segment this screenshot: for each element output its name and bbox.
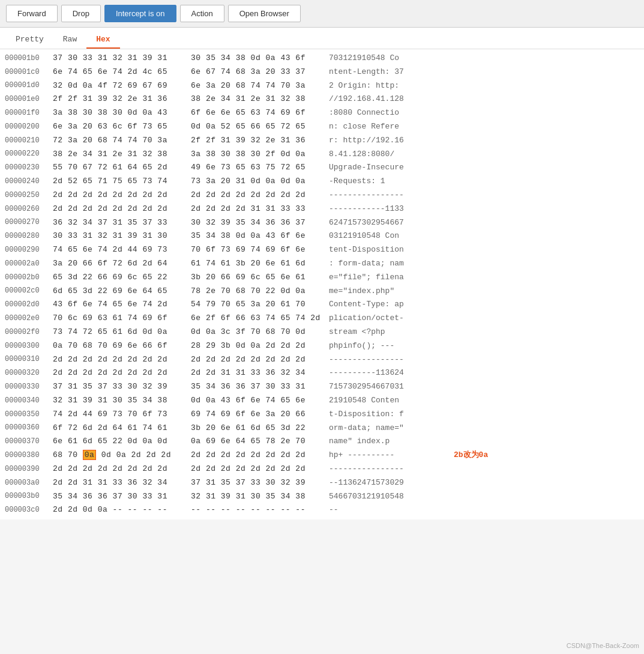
hex-offset: 000002e0	[5, 313, 53, 324]
hex-row: 0000034032 31 39 31 30 35 34 380d 0a 43 …	[0, 394, 644, 408]
hex-ascii: :8080 Connectio	[329, 107, 449, 120]
hex-bytes1: 6e 61 6d 65 22 0d 0a 0d	[53, 435, 191, 448]
intercept-button[interactable]: Intercept is on	[104, 5, 176, 22]
hex-bytes1: 65 3d 22 66 69 6c 65 22	[53, 271, 191, 284]
hex-bytes2: 0d 0a 3c 3f 70 68 70 0d	[191, 326, 329, 339]
hex-offset: 00000210	[5, 135, 53, 147]
tab-pretty[interactable]: Pretty	[6, 31, 53, 49]
hex-bytes2: 0d 0a 43 6f 6e 74 65 6e	[191, 395, 329, 407]
hex-offset: 00000320	[5, 368, 53, 379]
hex-row: 000002502d 2d 2d 2d 2d 2d 2d 2d2d 2d 2d …	[0, 189, 644, 202]
hex-row: 000002402d 52 65 71 75 65 73 7473 3a 20 …	[0, 175, 644, 189]
hex-offset: 00000370	[5, 436, 53, 447]
hex-ascii: ------------1133	[329, 203, 449, 216]
hex-bytes1: 2d 2d 2d 2d 2d 2d 2d 2d	[53, 189, 191, 202]
open-browser-button[interactable]: Open Browser	[228, 5, 301, 22]
hex-bytes2: 3a 38 30 38 30 2f 0d 0a	[191, 148, 329, 161]
hex-ascii: plication/octet-	[329, 312, 449, 325]
hex-row: 000003202d 2d 2d 2d 2d 2d 2d 2d2d 2d 31 …	[0, 366, 644, 380]
drop-button[interactable]: Drop	[61, 5, 101, 22]
hex-ascii: 8.41.128:8080/	[329, 148, 449, 161]
hex-offset: 00000250	[5, 190, 53, 201]
hex-row: 000003a02d 2d 31 31 33 36 32 3437 31 35 …	[0, 476, 644, 490]
hex-row: 000002b065 3d 22 66 69 6c 65 223b 20 66 …	[0, 271, 644, 285]
hex-offset: 000003a0	[5, 477, 53, 489]
hex-offset: 000001c0	[5, 67, 53, 78]
tab-bar: Pretty Raw Hex	[0, 28, 644, 49]
hex-ascii: ----------------	[329, 354, 449, 366]
hex-bytes1: 2f 2f 31 39 32 2e 31 36	[53, 93, 191, 106]
tab-raw[interactable]: Raw	[53, 31, 86, 49]
hex-bytes1: 36 32 34 37 31 35 37 33	[53, 217, 191, 229]
hex-ascii: tent-Disposition	[329, 244, 449, 256]
hex-row: 0000035074 2d 44 69 73 70 6f 7369 74 69 …	[0, 408, 644, 422]
hex-row: 0000038068 70 0a 0d 0a 2d 2d 2d2d 2d 2d …	[0, 449, 644, 462]
hex-ascii: orm-data; name="	[329, 422, 449, 435]
hex-ascii: 03121910548 Con	[329, 230, 449, 243]
hex-row: 0000029074 65 6e 74 2d 44 69 7370 6f 73 …	[0, 243, 644, 257]
hex-bytes2: 6f 6e 6e 65 63 74 69 6f	[191, 107, 329, 120]
hex-ascii: ----------------	[329, 189, 449, 202]
hex-row: 0000023055 70 67 72 61 64 65 2d49 6e 73 …	[0, 161, 644, 175]
hex-ascii: r: http://192.16	[329, 135, 449, 147]
hex-bytes2: 30 35 34 38 0d 0a 43 6f	[191, 52, 329, 65]
hex-row: 000002d043 6f 6e 74 65 6e 74 2d54 79 70 …	[0, 298, 644, 312]
hex-bytes1: 74 65 6e 74 2d 44 69 73	[53, 244, 191, 256]
action-button[interactable]: Action	[180, 5, 224, 22]
hex-offset: 00000240	[5, 176, 53, 187]
tab-hex[interactable]: Hex	[86, 31, 119, 49]
forward-button[interactable]: Forward	[6, 5, 58, 22]
hex-bytes1: 73 74 72 65 61 6d 0d 0a	[53, 326, 191, 339]
hex-bytes2: 2d 2d 2d 2d 2d 2d 2d 2d	[191, 189, 329, 202]
hex-ascii: 2 Origin: http:	[329, 80, 449, 92]
hex-ascii: hp+ ----------	[329, 449, 449, 462]
hex-row: 000001e02f 2f 31 39 32 2e 31 3638 2e 34 …	[0, 92, 644, 106]
hex-ascii: 5466703121910548	[329, 491, 449, 503]
hex-offset: 000001d0	[5, 80, 53, 91]
hex-offset: 000003b0	[5, 491, 53, 502]
hex-offset: 000002d0	[5, 299, 53, 310]
hex-offset: 000001f0	[5, 107, 53, 119]
hex-bytes1: 32 0d 0a 4f 72 69 67 69	[53, 80, 191, 92]
hex-bytes2: 30 32 39 35 34 36 36 37	[191, 217, 329, 229]
hex-bytes1: 2d 2d 31 31 33 36 32 34	[53, 477, 191, 489]
hex-bytes1: 6f 72 6d 2d 64 61 74 61	[53, 422, 191, 435]
hex-offset: 00000290	[5, 244, 53, 256]
hex-bytes2: -- -- -- -- -- -- -- --	[191, 504, 329, 516]
hex-bytes2: 0d 0a 52 65 66 65 72 65	[191, 121, 329, 133]
hex-ascii: Content-Type: ap	[329, 298, 449, 311]
hex-row: 0000021072 3a 20 68 74 74 70 3a2f 2f 31 …	[0, 134, 644, 148]
hex-ascii: n: close Refere	[329, 121, 449, 133]
hex-bytes2: 73 3a 20 31 0d 0a 0d 0a	[191, 175, 329, 188]
hex-bytes1: 2d 2d 2d 2d 2d 2d 2d 2d	[53, 463, 191, 476]
hex-offset: 00000230	[5, 162, 53, 174]
hex-bytes1: 74 2d 44 69 73 70 6f 73	[53, 408, 191, 421]
hex-offset: 00000280	[5, 231, 53, 242]
hex-offset: 00000310	[5, 354, 53, 365]
hex-bytes1: 30 33 31 32 31 39 31 30	[53, 230, 191, 243]
hex-offset: 00000350	[5, 409, 53, 420]
hex-offset: 000003c0	[5, 504, 53, 516]
hex-bytes1: 0a 70 68 70 69 6e 66 6f	[53, 340, 191, 353]
hex-ascii: phpinfo(); ---	[329, 340, 449, 353]
hex-row: 000002c06d 65 3d 22 69 6e 64 6578 2e 70 …	[0, 285, 644, 298]
hex-row: 000003000a 70 68 70 69 6e 66 6f28 29 3b …	[0, 339, 644, 353]
hex-bytes1: 2d 2d 2d 2d 2d 2d 2d 2d	[53, 354, 191, 366]
hex-row: 000001c06e 74 65 6e 74 2d 4c 656e 67 74 …	[0, 65, 644, 79]
hex-bytes1: 2d 2d 2d 2d 2d 2d 2d 2d	[53, 367, 191, 380]
hex-row: 000001d032 0d 0a 4f 72 69 67 696e 3a 20 …	[0, 79, 644, 93]
hex-row: 000002f073 74 72 65 61 6d 0d 0a0d 0a 3c …	[0, 325, 644, 339]
hex-ascii: name" index.p	[329, 435, 449, 448]
hex-bytes1: 35 34 36 36 37 30 33 31	[53, 491, 191, 503]
hex-bytes2: 28 29 3b 0d 0a 2d 2d 2d	[191, 340, 329, 353]
hex-bytes2: 32 31 39 31 30 35 34 38	[191, 491, 329, 503]
hex-ascii: -Requests: 1	[329, 175, 449, 188]
hex-bytes2: 2d 2d 2d 2d 2d 2d 2d 2d	[191, 463, 329, 476]
hex-bytes2: 2d 2d 2d 2d 2d 2d 2d 2d	[191, 354, 329, 366]
hex-bytes2: 2d 2d 2d 2d 31 31 33 33	[191, 203, 329, 216]
hex-offset: 000001b0	[5, 53, 53, 64]
hex-bytes2: 6e 3a 20 68 74 74 70 3a	[191, 80, 329, 92]
hex-bytes1: 2d 52 65 71 75 65 73 74	[53, 175, 191, 188]
hex-offset: 000002f0	[5, 327, 53, 338]
hex-bytes2: 2d 2d 2d 2d 2d 2d 2d 2d	[191, 449, 329, 462]
